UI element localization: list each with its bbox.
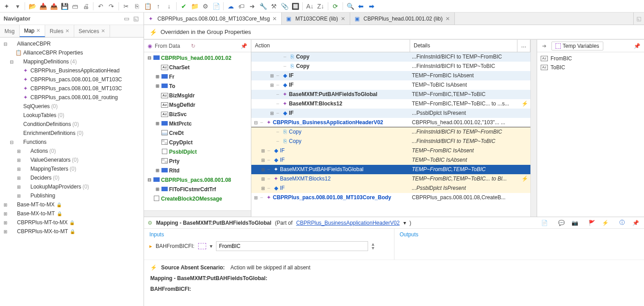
action-row[interactable]: ┈✦BaseMXMT:Blocks12TEMP~FromBIC,TEMP~ToB…	[251, 99, 530, 109]
up-icon[interactable]: ↑	[153, 1, 163, 11]
fromdata-pin-icon[interactable]: 📌	[241, 43, 247, 49]
sort-az-icon[interactable]: A↓	[305, 1, 315, 11]
nav-tree-item[interactable]: ✦CBPRPlus_pacs.008.001.08_routing	[1, 93, 143, 102]
close-icon[interactable]: ✕	[36, 28, 40, 34]
action-row[interactable]: ┈⎘Copy...FinInstnId/BICFI to TEMP~ToBIC	[251, 62, 530, 71]
action-row[interactable]: ⊞┈◆IFTEMP~FromBIC IsAbsent	[251, 71, 530, 80]
fromdata-item[interactable]: CpyDplct	[145, 138, 250, 147]
minimize-icon[interactable]: ▭	[123, 15, 131, 23]
detail-pin-icon[interactable]: 📌	[631, 218, 640, 228]
fromdata-item[interactable]: ⊞MktPrctc	[145, 119, 250, 128]
tool2-icon[interactable]: ⚒	[269, 1, 279, 11]
temp-var-item[interactable]: AzFromBIC	[539, 54, 642, 63]
nav-tree-item[interactable]: ⊞CBPRPlus-MX-to-MT🔒	[1, 227, 143, 236]
fromdata-item[interactable]: PssblDplct	[145, 147, 250, 156]
down-icon[interactable]: ↓	[164, 1, 174, 11]
action-row[interactable]: ⊞┈◆IFTEMP~ToBIC IsAbsent	[251, 155, 530, 165]
fromdata-item[interactable]: AzMsgDefIdr	[145, 100, 250, 109]
search-icon[interactable]: 🔍	[345, 1, 355, 11]
close-icon[interactable]: ✕	[341, 16, 345, 22]
action-row[interactable]: ⊟┈✦CBPRPlus_BusinessApplicationHeaderV02…	[251, 118, 530, 127]
temp-vars-tab[interactable]: Temp Variables	[551, 42, 603, 50]
nav-tree-item[interactable]: ⊞Base-MX-to-MT🔒	[1, 209, 143, 218]
forward-icon[interactable]: ➡	[367, 1, 377, 11]
paste-icon[interactable]: 📋	[143, 1, 153, 11]
nav-tree-item[interactable]: ⊞LookupMapProviders(0)	[1, 182, 143, 191]
close-icon[interactable]: ✕	[101, 28, 105, 34]
navigator-tree[interactable]: ⊟AllianceCBPR📋AllianceCBPR Properties⊟Ma…	[0, 38, 144, 306]
tool4-icon[interactable]: 🔲	[290, 1, 300, 11]
input-dropdown-icon[interactable]: ▾	[210, 243, 212, 249]
main-toolbar[interactable]: ✦ ▾ 📂 📥 📤 💾 🗃 🖨 ↶ ↷ ✂ ⎘ 📋 ↑ ↓ ✔ 📁 ⚙ 📄 ☁ …	[0, 0, 644, 13]
mapping-dropdown-icon[interactable]: ▾	[403, 220, 406, 226]
copy-icon[interactable]: ⎘	[132, 1, 142, 11]
temp-var-item[interactable]: AzToBIC	[539, 63, 642, 72]
nav-tree-item[interactable]: 📋AllianceCBPR Properties	[1, 48, 143, 57]
nav-tree-item[interactable]: ⊞MappingTesters(0)	[1, 164, 143, 173]
nav-tree-item[interactable]: SqlQueries(0)	[1, 102, 143, 111]
refresh-icon[interactable]: ⟳	[330, 1, 340, 11]
action-row[interactable]: ⊞┈✦BaseMXMT:PutBAHFieldsToGlobalTEMP~Fro…	[251, 165, 530, 174]
action-row[interactable]: ┈⎘Copy...FinInstnId/BICFI to TEMP~FromBI…	[251, 52, 530, 62]
new-button[interactable]: ✦	[2, 1, 12, 11]
nav-tab[interactable]: Map✕	[20, 25, 45, 37]
cloud-icon[interactable]: ☁	[226, 1, 236, 11]
editor-tab[interactable]: ▣MT103CORE (lib)✕	[282, 13, 350, 25]
editor-tab[interactable]: ▣CBPRPlus_head.001.001.02 (lib)✕	[350, 13, 455, 25]
export-icon[interactable]: 📤	[49, 1, 59, 11]
import-icon[interactable]: 📥	[38, 1, 48, 11]
close-icon[interactable]: ✕	[272, 16, 277, 22]
action-row[interactable]: ⊞┈◆IF...PssblDplct IsPresent	[251, 184, 530, 193]
fromdata-item[interactable]: ⊞Rltd	[145, 166, 250, 175]
navigator-tabs[interactable]: MsgMap✕Rules✕Services✕	[0, 25, 144, 38]
nav-tree-item[interactable]: ✦CBPRPlus_BusinessApplicationHead	[1, 66, 143, 75]
fromdata-item[interactable]: ⊟CBPRPlus_head.001.001.02	[145, 53, 250, 63]
nav-tree-item[interactable]: ✦CBPRPlus_pacs.008.001.08_MT103C	[1, 75, 143, 84]
save-icon[interactable]: 💾	[59, 1, 69, 11]
input-value-field[interactable]	[216, 241, 368, 251]
vars-icon1[interactable]: ➜	[540, 43, 549, 49]
nav-tree-item[interactable]: LookupTables(0)	[1, 111, 143, 120]
fromdata-item[interactable]: CreDt	[145, 128, 250, 138]
close-icon[interactable]: ✕	[65, 28, 69, 34]
open-folder-icon[interactable]: 📂	[27, 1, 37, 11]
run-folder-icon[interactable]: 📁	[190, 1, 199, 11]
detail-info-icon[interactable]: ⓘ	[617, 218, 627, 228]
temp-vars-pin-icon[interactable]: 📌	[632, 43, 641, 49]
tool1-icon[interactable]: 🔧	[258, 1, 268, 11]
nav-tree-item[interactable]: ⊞ValueGenerators(0)	[1, 155, 143, 164]
action-rows[interactable]: ┈⎘Copy...FinInstnId/BICFI to TEMP~FromBI…	[251, 52, 530, 217]
nav-tab[interactable]: Msg	[0, 25, 20, 37]
fromdata-item[interactable]: AzCharSet	[145, 63, 250, 72]
nav-tree-item[interactable]: ⊞Deciders(0)	[1, 173, 143, 182]
sort-za-icon[interactable]: Z↓	[316, 1, 326, 11]
action-row[interactable]: ┈⎘Copy...FinInstnId/BICFI to TEMP~FromBI…	[251, 127, 530, 137]
action-row[interactable]: ⊞┈✦BaseMXMT:Blocks12TEMP~FromBIC,TEMP~To…	[251, 174, 530, 184]
nav-tree-item[interactable]: EnrichmentDefinitions(0)	[1, 129, 143, 138]
detail-camera-icon[interactable]: 📷	[570, 218, 580, 228]
fromdata-item[interactable]: ⊞FIToFICstmrCdtTrf	[145, 184, 250, 194]
tag-icon[interactable]: 🏷	[237, 1, 246, 11]
fromdata-item[interactable]: ⊞Fr	[145, 72, 250, 81]
nav-tree-item[interactable]: ⊞Publishing	[1, 191, 143, 200]
action-row[interactable]: ⊞┈◆IFTEMP~FromBIC IsAbsent	[251, 146, 530, 155]
print-icon[interactable]: 🖨	[81, 1, 91, 11]
gear-icon[interactable]: ⚙	[200, 1, 210, 11]
fromdata-item[interactable]: AzBizSvc	[145, 109, 250, 119]
fromdata-item[interactable]: AzBizMsgIdr	[145, 91, 250, 100]
back-icon[interactable]: ⬅	[356, 1, 366, 11]
nav-tree-item[interactable]: ⊟AllianceCBPR	[1, 39, 143, 48]
editor-tab[interactable]: ✦CBPRPlus_pacs.008.001.08_MT103Core_Msg✕	[144, 13, 282, 25]
nav-tree-item[interactable]: ⊞CBPRPlus-MT-to-MX🔒	[1, 218, 143, 227]
nav-tree-item[interactable]: ⊟Functions	[1, 138, 143, 147]
nav-tree-item[interactable]: ⊞Actions(0)	[1, 147, 143, 155]
details-col-header[interactable]: Details	[410, 40, 517, 52]
input-type-icon[interactable]	[198, 243, 206, 249]
nav-tab[interactable]: Services✕	[74, 25, 110, 37]
action-row[interactable]: ⊞┈◆IFTEMP~ToBIC IsAbsent	[251, 80, 530, 90]
fromdata-hscroll[interactable]	[144, 210, 251, 217]
nav-tree-item[interactable]: ⊟MappingDefinitions(4)	[1, 57, 143, 66]
nav-tree-item[interactable]: ⊞Base-MT-to-MX🔒	[1, 200, 143, 209]
arrow-right-icon[interactable]: ➜	[247, 1, 257, 11]
redo-icon[interactable]: ↷	[106, 1, 116, 11]
